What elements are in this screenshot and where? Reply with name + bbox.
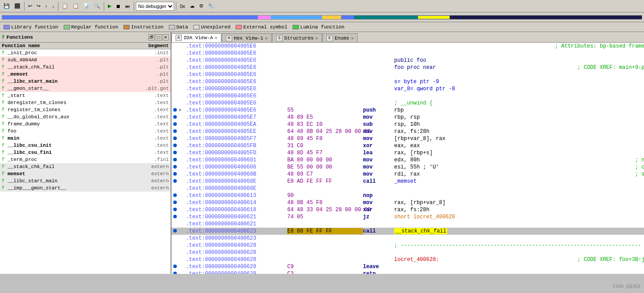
toolbar-btn-step[interactable]: ⏭ [123,3,132,10]
tab-close-btn[interactable]: ✕ [215,35,217,40]
table-row[interactable]: .text:00000000004005E6public foo [171,57,644,64]
toolbar-btn-copy1[interactable]: 📋 [60,2,70,10]
table-row[interactable]: .text:0000000000400606BE 55 00 00 00move… [171,164,644,171]
toolbar-btn-more2[interactable]: 🔧 [206,2,216,10]
list-item[interactable]: f__do_global_dtors_aux.text [0,113,171,120]
table-row[interactable]: .text:0000000000400601BA 80 00 00 00move… [171,157,644,164]
list-item[interactable]: fframe_dummy.text [0,120,171,128]
toolbar-btn-run[interactable]: ▶ [106,2,113,10]
panel-maximize-btn[interactable]: □ [155,34,162,40]
toolbar-btn-chart[interactable]: 📊 [82,2,91,10]
table-row[interactable]: .text:000000000040061448 8B 45 F8movrax,… [171,199,644,206]
tab-close-btn[interactable]: ✕ [351,36,354,41]
table-row[interactable]: .text:00000000004005FB31 C0xoreax, eax [171,142,644,149]
table-row[interactable]: .text:00000000004005E6; Attributes: bp-b… [171,43,644,50]
toolbar-btn-lumina[interactable]: ☁ [188,2,196,10]
list-item[interactable]: f__gmon_start__.plt.got [0,85,171,92]
list-item[interactable]: f__stack_chk_fail.plt [0,64,171,71]
table-row[interactable]: .text:00000000004005E6 [171,71,644,78]
list-item[interactable]: f__libc_start_mainextern [0,177,171,185]
tab-close-btn[interactable]: ✕ [265,36,268,41]
table-row[interactable]: .text:000000000040061390nop [171,192,644,199]
table-row[interactable]: .text:000000000040060E [171,185,644,192]
list-item[interactable]: ffoo.text [0,128,171,135]
tab-hex-view--[interactable]: HHex View-1✕ [222,33,272,42]
list-item[interactable]: fmain.text [0,135,171,142]
table-row[interactable]: .text:0000000000400628C9leave [171,263,644,270]
list-item[interactable]: f__stack_chk_failextern [0,163,171,170]
table-row[interactable]: .text:00000000004005E6; __unwind { [171,100,644,107]
table-row[interactable]: .text:00000000004005E6s= byte ptr -9 [171,78,644,85]
table-row[interactable]: ▼.text:00000000004005E655pushrbp [171,107,644,114]
toolbar-btn-redo[interactable]: ↪ [35,2,42,10]
table-row[interactable]: .text:000000000040060EE8 AD FE FF FFcall… [171,178,644,185]
list-item[interactable]: f__libc_csu_fini.text [0,149,171,156]
list-item[interactable]: fsub_4004A0.plt [0,56,171,64]
code-address: .text:00000000004005E6 [186,64,284,71]
list-item[interactable]: f_memset.plt [0,71,171,78]
toolbar-btn-pause[interactable]: ⏹ [114,3,122,10]
table-row[interactable]: .text:0000000000400628; ----------------… [171,242,644,249]
breakpoint-dot [173,121,179,128]
table-row[interactable]: .text:0000000000400623E8 88 FE FF FFcall… [171,228,644,235]
table-row[interactable]: .text:00000000004005E748 89 E5movrbp, rs… [171,114,644,121]
list-item[interactable]: f_term_proc.fini [0,156,171,163]
function-name: __do_global_dtors_aux [8,114,138,120]
tab-enums[interactable]: EEnums✕ [322,33,358,42]
toolbar-btn-hex[interactable]: 0x [178,3,187,10]
code-address: .text:00000000004005E6 [186,50,284,56]
panel-close-btn[interactable]: ✕ [163,34,169,40]
debugger-select[interactable]: No debugger [136,2,174,11]
table-row[interactable]: .text:00000000004005E6 [171,50,644,57]
table-row[interactable]: .text:0000000000400628 [171,249,644,256]
code-address: .text:0000000000400628 [186,264,284,270]
function-icon: f [2,136,6,141]
table-row[interactable]: .text:0000000000400629C3retn [171,270,644,274]
code-view[interactable]: .text:00000000004005E6; Attributes: bp-b… [171,43,644,274]
code-mnemonic: lea [363,150,394,156]
toolbar-btn-copy2[interactable]: 📋 [71,2,81,10]
toolbar-btn-save[interactable]: 💾 [2,2,12,10]
list-item[interactable]: f__libc_start_main.plt [0,78,171,85]
table-row[interactable]: .text:0000000000400623 [171,235,644,242]
table-row[interactable]: .text:0000000000400628locret_400628:; CO… [171,256,644,263]
list-item[interactable]: fmemsetextern [0,170,171,177]
code-operand: rbp, rsp [394,114,641,120]
list-item[interactable]: fderegister_tm_clones.text [0,99,171,106]
function-icon: f [2,58,6,63]
table-row[interactable]: .text:00000000004005EE64 48 8B 04 25 28 … [171,128,644,135]
list-item[interactable]: f_init_proc.init [0,49,171,56]
table-row[interactable]: .text:000000000040061864 48 33 04 25 28 … [171,206,644,213]
table-row[interactable]: .text:00000000004005FD48 8D 45 F7learax,… [171,149,644,157]
code-operand: esi, 55h ; 'U' [394,164,632,170]
toolbar-btn-search[interactable]: 🔍 [92,2,102,10]
list-item[interactable]: f__imp___gmon_start__extern [0,185,171,192]
toolbar-btn-stop[interactable]: ⬛ [12,2,22,10]
tab-close-btn[interactable]: ✕ [315,36,318,41]
list-item[interactable]: fregister_tm_clones.text [0,106,171,113]
tab-structures[interactable]: SStructures✕ [272,33,322,42]
breakpoint-dot [173,228,179,234]
table-row[interactable]: .text:00000000004005EA48 83 EC 10subrsp,… [171,121,644,128]
code-bytes: 90 [287,193,363,199]
table-row[interactable]: .text:00000000004005E6foo proc near; COD… [171,64,644,71]
table-row[interactable]: .text:00000000004005F748 89 45 F8mov[rbp… [171,135,644,142]
table-row[interactable]: .text:000000000040060B48 89 C7movrdi, ra… [171,171,644,178]
table-row[interactable]: .text:00000000004005E6 [171,92,644,100]
code-operand: rax, fs:28h [394,128,641,135]
legend-label-external: External symbol [243,24,287,30]
toolbar-btn-more1[interactable]: ⚙ [197,2,205,10]
list-item[interactable]: f_start.text [0,92,171,99]
table-row[interactable]: .text:00000000004005E6var_8= qword ptr -… [171,85,644,92]
function-table[interactable]: f_init_proc.initfsub_4004A0.pltf__stack_… [0,49,171,274]
table-row[interactable]: .text:0000000000400621 [171,221,644,228]
tab-ida-view-a[interactable]: AIDA View-A✕ [171,33,221,42]
panel-minimize-btn[interactable]: 🗗 [148,34,155,40]
toolbar-btn-up[interactable]: ↑ [43,3,49,10]
table-row[interactable]: .text:000000000040062174 05jzshort locre… [171,213,644,221]
list-item[interactable]: f__libc_csu_init.text [0,142,171,149]
toolbar-btn-undo[interactable]: ↩ [26,2,34,10]
legend-library: Library function [4,24,58,30]
toolbar-btn-down[interactable]: ↓ [50,3,57,10]
tab-icon: A [175,35,182,41]
